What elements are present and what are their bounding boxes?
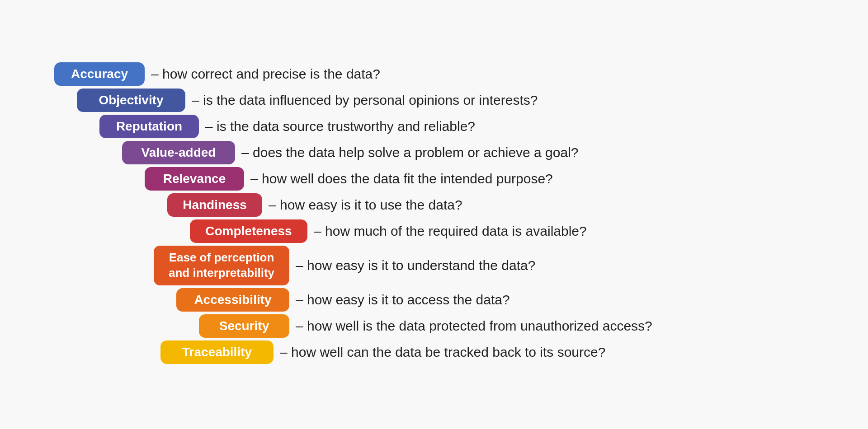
description-10: – how well can the data be tracked back … [280,345,605,360]
row-6: Completeness– how much of the required d… [190,219,841,243]
description-3: – does the data help solve a problem or … [241,145,579,160]
row-8: Accessibility– how easy is it to access … [176,288,841,312]
row-5: Handiness– how easy is it to use the dat… [167,193,841,217]
description-8: – how easy is it to access the data? [296,292,510,308]
row-4: Relevance– how well does the data fit th… [145,167,841,191]
row-1: Objectivity– is the data influenced by p… [77,89,841,112]
badge-6: Completeness [190,219,307,243]
description-0: – how correct and precise is the data? [151,66,380,82]
badge-4: Relevance [145,167,244,191]
badge-5: Handiness [167,193,262,217]
description-9: – how well is the data protected from un… [296,318,652,334]
badge-2: Reputation [99,115,199,138]
badge-8: Accessibility [176,288,289,312]
badge-7: Ease of perceptionand interpretability [154,246,289,285]
description-5: – how easy is it to use the data? [269,197,462,213]
description-4: – how well does the data fit the intende… [250,171,553,187]
badge-10: Traceability [160,340,274,364]
description-7: – how easy is it to understand the data? [296,258,535,273]
badge-0: Accuracy [54,62,145,86]
badge-9: Security [199,314,289,338]
row-10: Traceability– how well can the data be t… [160,340,841,364]
row-0: Accuracy– how correct and precise is the… [54,62,841,86]
main-container: Accuracy– how correct and precise is the… [27,62,841,367]
row-7: Ease of perceptionand interpretability– … [154,246,841,285]
badge-1: Objectivity [77,89,185,112]
description-2: – is the data source trustworthy and rel… [205,119,475,134]
badge-3: Value-added [122,141,235,164]
row-3: Value-added– does the data help solve a … [122,141,841,164]
row-2: Reputation– is the data source trustwort… [99,115,841,138]
row-9: Security– how well is the data protected… [199,314,841,338]
description-1: – is the data influenced by personal opi… [192,93,538,108]
description-6: – how much of the required data is avail… [314,224,587,239]
